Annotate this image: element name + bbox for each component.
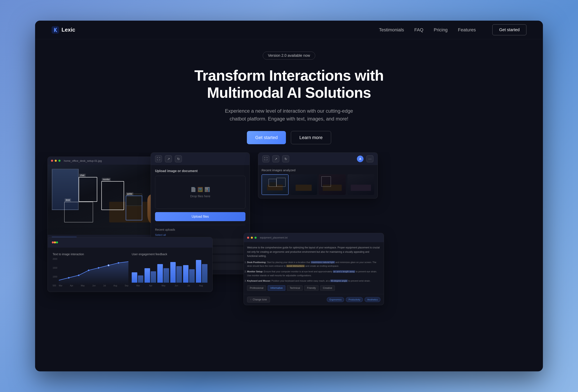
upload-files-button[interactable]: Upload files	[155, 212, 245, 221]
detect-box-1: chair	[79, 177, 97, 202]
divider	[155, 225, 245, 225]
svg-point-1	[68, 277, 70, 278]
share-icon-button[interactable]: ↗	[165, 155, 172, 162]
line-chart-section: Text to image interaction 2000 1500 1000…	[51, 251, 130, 288]
nav-get-started-button[interactable]: Get started	[492, 24, 526, 35]
tag-technical[interactable]: Technical	[287, 285, 303, 291]
hero-get-started-button[interactable]: Get started	[247, 131, 286, 144]
bar-chart-section: User engagement feedback	[130, 251, 209, 288]
change-tone-icon: ↑	[250, 298, 251, 301]
footer-tag-ergonomics[interactable]: Ergonomics	[327, 297, 344, 302]
change-tone-button[interactable]: ↑ Change tone	[247, 297, 270, 303]
line-chart-area: 2000 1500 1000 500	[53, 258, 128, 287]
dot-yellow	[55, 160, 57, 162]
footer-tag-aesthetics[interactable]: Aesthetics	[365, 297, 381, 302]
image-thumb-2[interactable]	[290, 174, 317, 195]
svg-point-6	[118, 262, 119, 264]
panel-text-body: Welcome to the comprehensive guide for o…	[244, 242, 384, 294]
images-grid	[262, 174, 374, 195]
svg-point-4	[98, 267, 99, 269]
bar-5b	[189, 269, 195, 283]
images-section-label: Recent images analyzed	[262, 168, 374, 172]
avatar: A	[357, 156, 364, 162]
panel-charts: Text to image interaction 2000 1500 1000…	[48, 237, 213, 292]
detect-box-4: desk	[64, 202, 93, 222]
hero-section: Version 2.0 available now Transform Inte…	[35, 39, 543, 152]
bar-group-3	[157, 264, 169, 283]
bar-4a	[170, 262, 176, 283]
charts-body: Text to image interaction 2000 1500 1000…	[48, 248, 212, 292]
bar-group-1	[132, 272, 143, 283]
svg-point-3	[88, 270, 89, 271]
recent-uploads-label: Recent uploads	[155, 228, 245, 231]
panel-images: ⛶ ↗ ↻ A ⋯ Recent images analyzed	[258, 152, 378, 198]
more-options-button[interactable]: ⋯	[366, 155, 373, 162]
text-dot-yellow	[251, 237, 253, 239]
bar-1a	[132, 272, 137, 283]
numbered-list: Desk Positioning: Start by placing your …	[247, 260, 381, 283]
panel-images-header: ⛶ ↗ ↻ A ⋯	[258, 153, 378, 165]
nav-testimonials[interactable]: Testimonials	[379, 27, 404, 33]
preview-area: home_office_desk_setup-01.jpg chair moni…	[35, 152, 543, 371]
line-chart-svg	[59, 258, 128, 285]
tag-creative[interactable]: Creative	[320, 285, 335, 291]
text-intro: Welcome to the comprehensive guide for o…	[247, 246, 381, 258]
list-item-2: Monitor Setup: Ensure that your computer…	[247, 270, 381, 277]
bar-2a	[144, 268, 150, 283]
bar-chart-area: Mar Apr May Jun Jul Aug	[132, 258, 207, 287]
browser-window: Lexic Testimonials FAQ Pricing Features …	[35, 21, 543, 371]
expand-icon-button[interactable]: ⛶	[155, 155, 162, 162]
image-thumb-3[interactable]	[319, 174, 346, 195]
image-thumb-1[interactable]	[262, 174, 289, 195]
drop-text: Drop files here	[190, 194, 210, 198]
drop-zone[interactable]: 📄 🖼️ 📊 Drop files here	[155, 176, 245, 209]
bar-1b	[138, 275, 144, 283]
line-chart-title: Text to image interaction	[53, 253, 128, 256]
nav-faq[interactable]: FAQ	[414, 27, 423, 33]
bar-chart-x-labels: Mar Apr May Jun Jul Aug	[132, 285, 207, 287]
images-expand-button[interactable]: ⛶	[262, 155, 269, 162]
drop-icons: 📄 🖼️ 📊	[191, 187, 210, 192]
panel-image-title: home_office_desk_setup-01.jpg	[64, 159, 102, 162]
bar-3b	[163, 268, 169, 283]
image-thumb-4[interactable]	[347, 174, 375, 195]
select-all-link[interactable]: Select all	[155, 233, 245, 236]
tag-professional[interactable]: Professional	[247, 285, 266, 291]
tag-friendly[interactable]: Friendly	[304, 285, 319, 291]
nav-features[interactable]: Features	[458, 27, 476, 33]
room-image: chair monitor guitar desk	[48, 165, 163, 235]
bar-6b	[202, 264, 207, 283]
bar-group-6	[196, 260, 207, 283]
dot-red	[51, 160, 53, 162]
images-share-button[interactable]: ↗	[272, 155, 279, 162]
charts-dot-yellow	[54, 241, 56, 243]
tag-informative[interactable]: Informative	[268, 285, 285, 291]
bar-4b	[176, 266, 182, 283]
panel-upload-header: ⛶ ↗ ↻	[151, 153, 249, 165]
bar-group-2	[144, 268, 156, 283]
svg-point-5	[108, 265, 109, 266]
upload-section-label: Upload image or document	[155, 169, 245, 173]
charts-dot-green	[56, 241, 58, 243]
refresh-icon-button[interactable]: ↻	[175, 155, 182, 162]
hero-learn-more-button[interactable]: Learn more	[291, 131, 331, 144]
line-chart-x-labels: Mar Apr May Jun Jul Aug Sep	[59, 285, 128, 287]
dot-green	[58, 160, 60, 162]
navbar: Lexic Testimonials FAQ Pricing Features …	[35, 21, 543, 39]
logo-icon	[52, 26, 59, 34]
bar-5a	[183, 265, 189, 283]
logo-text: Lexic	[61, 27, 75, 33]
bar-chart-title: User engagement feedback	[132, 253, 207, 256]
charts-dot-red	[52, 241, 54, 243]
image-canvas: chair monitor guitar desk	[48, 165, 163, 235]
text-file-name: equipment_placement.txt	[260, 236, 288, 239]
bar-group-4	[170, 262, 182, 283]
hero-title: Transform Interactions with Multimodal A…	[52, 67, 526, 101]
panel-images-body: Recent images analyzed	[258, 165, 378, 198]
footer-tag-productivity[interactable]: Productivity	[346, 297, 363, 302]
images-refresh-button[interactable]: ↻	[282, 155, 289, 162]
hero-subtitle: Experience a new level of interaction wi…	[217, 107, 361, 123]
panel-charts-header	[48, 237, 212, 248]
nav-pricing[interactable]: Pricing	[434, 27, 447, 33]
panel-image-analysis: home_office_desk_setup-01.jpg chair moni…	[48, 157, 163, 246]
